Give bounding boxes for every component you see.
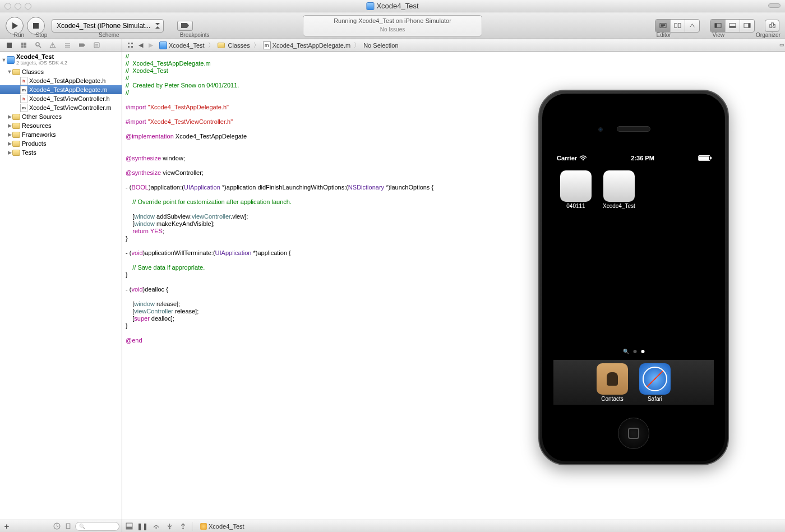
file-row[interactable]: m Xcode4_TestAppDelegate.m: [0, 85, 122, 94]
view-label: View: [713, 32, 725, 38]
group-row[interactable]: ▶ Resources: [0, 121, 122, 130]
pause-button[interactable]: ❚❚: [138, 522, 147, 531]
step-into-button[interactable]: [165, 522, 174, 531]
page-indicator[interactable]: 🔍: [623, 349, 645, 354]
svg-rect-14: [771, 23, 773, 26]
app-xcode4-test[interactable]: Xcode4_Test: [603, 170, 635, 209]
navigator-filter-bar: +: [0, 520, 122, 532]
file-label: Xcode4_TestViewController.h: [29, 95, 110, 102]
disclosure-triangle[interactable]: ▼: [7, 69, 12, 75]
search-navigator-tab[interactable]: [31, 40, 45, 50]
wifi-icon: [579, 155, 587, 161]
group-row[interactable]: ▶ Other Sources: [0, 112, 122, 121]
window-titlebar: Xcode4_Test: [0, 0, 785, 12]
editor-mode-selector: [655, 19, 700, 33]
group-row[interactable]: ▶ Tests: [0, 148, 122, 157]
h-file-icon: h: [20, 95, 27, 103]
scheme-selector[interactable]: Xcode4_Test (iPhone Simulat...: [52, 19, 164, 33]
group-label: Classes: [22, 68, 44, 75]
main-toolbar: Xcode4_Test (iPhone Simulat... Running X…: [0, 12, 785, 39]
folder-icon: [12, 141, 20, 147]
window-title-text: Xcode4_Test: [376, 2, 418, 10]
navigator-search-field[interactable]: [75, 522, 120, 531]
breakpoints-toggle[interactable]: [177, 21, 193, 31]
go-forward-button[interactable]: ▶: [146, 40, 156, 50]
disclosure-triangle[interactable]: ▶: [7, 150, 12, 155]
disclosure-triangle[interactable]: ▶: [7, 132, 12, 137]
hide-debug-button[interactable]: [124, 522, 133, 531]
jump-folder[interactable]: Classes: [214, 39, 253, 51]
file-row[interactable]: h Xcode4_TestAppDelegate.h: [0, 76, 122, 85]
disclosure-triangle[interactable]: ▶: [7, 123, 12, 128]
zoom-window-button[interactable]: [25, 3, 31, 10]
disclosure-triangle[interactable]: ▶: [7, 141, 12, 146]
add-button[interactable]: +: [2, 522, 11, 531]
step-out-button[interactable]: [178, 522, 187, 531]
go-back-button[interactable]: ◀: [136, 40, 146, 50]
app-label: 040111: [566, 203, 585, 209]
traffic-lights: [4, 3, 31, 10]
debug-navigator-tab[interactable]: [61, 40, 74, 50]
earpiece-icon: [617, 126, 650, 132]
status-bar: Carrier 2:36 PM: [553, 152, 714, 164]
file-row[interactable]: h Xcode4_TestViewController.h: [0, 94, 122, 103]
version-editor-button[interactable]: [685, 20, 699, 32]
symbol-navigator-tab[interactable]: [17, 40, 30, 50]
disclosure-triangle[interactable]: ▶: [7, 114, 12, 119]
step-over-button[interactable]: [151, 522, 160, 531]
svg-rect-25: [94, 43, 99, 48]
show-utilities-button[interactable]: [740, 20, 754, 32]
svg-rect-37: [126, 527, 132, 529]
svg-rect-17: [24, 43, 26, 45]
toggle-split-button[interactable]: ▭: [779, 40, 784, 50]
stop-button[interactable]: [27, 17, 45, 35]
jump-project[interactable]: Xcode4_Test: [156, 39, 208, 51]
debug-thread-selector[interactable]: Xcode4_Test: [197, 523, 248, 530]
app-contacts[interactable]: Contacts: [597, 363, 628, 402]
simulator-screen[interactable]: Carrier 2:36 PM 040111 Xcode4_Test 🔍: [553, 152, 714, 405]
jump-selection[interactable]: No Selection: [360, 39, 401, 51]
related-items-button[interactable]: [124, 40, 136, 50]
jump-file[interactable]: m Xcode4_TestAppDelegate.m: [260, 39, 354, 51]
breakpoint-navigator-tab[interactable]: [75, 40, 89, 50]
scm-filter-button[interactable]: [64, 522, 73, 531]
app-safari[interactable]: Safari: [639, 363, 671, 402]
app-040111[interactable]: 040111: [560, 170, 592, 209]
group-row[interactable]: ▶ Products: [0, 139, 122, 148]
activity-issues: No Issues: [303, 26, 482, 33]
minimize-window-button[interactable]: [15, 3, 21, 10]
project-navigator-tab[interactable]: [2, 40, 16, 50]
recent-filter-button[interactable]: [53, 522, 62, 531]
home-button[interactable]: [618, 418, 649, 449]
app-label: Contacts: [601, 396, 623, 402]
disclosure-triangle[interactable]: ▼: [1, 57, 7, 63]
svg-rect-35: [66, 524, 70, 529]
show-debug-area-button[interactable]: [725, 20, 740, 32]
standard-editor-button[interactable]: [655, 20, 670, 32]
toolbar-toggle-button[interactable]: [768, 3, 781, 8]
svg-rect-4: [675, 24, 677, 27]
file-row[interactable]: m Xcode4_TestViewController.m: [0, 103, 122, 112]
close-window-button[interactable]: [4, 3, 11, 10]
show-navigator-button[interactable]: [710, 20, 725, 32]
run-button[interactable]: [6, 17, 24, 35]
app-icon: [603, 170, 635, 202]
editor-label: Editor: [656, 32, 671, 38]
organizer-button[interactable]: [765, 20, 779, 32]
debug-bar: ❚❚ Xcode4_Test: [122, 522, 785, 531]
activity-viewer: Running Xcode4_Test on iPhone Simulator …: [303, 15, 482, 36]
log-navigator-tab[interactable]: [90, 40, 103, 50]
svg-rect-9: [729, 26, 736, 27]
group-row[interactable]: ▼ Classes: [0, 67, 122, 76]
group-label: Resources: [22, 122, 52, 129]
thread-icon: [200, 523, 207, 530]
assistant-editor-button[interactable]: [670, 20, 685, 32]
group-row[interactable]: ▶ Frameworks: [0, 130, 122, 139]
bottom-bar: + ❚❚ Xcode4_Test: [0, 520, 785, 532]
page-dot-active: [641, 350, 645, 353]
m-file-icon: m: [20, 104, 27, 112]
issue-navigator-tab[interactable]: ⚠: [46, 40, 59, 50]
project-root-row[interactable]: ▼ Xcode4_Test 2 targets, iOS SDK 4.2: [0, 52, 122, 67]
scheme-text: Xcode4_Test (iPhone Simulat...: [57, 22, 150, 30]
thread-name: Xcode4_Test: [209, 523, 244, 530]
